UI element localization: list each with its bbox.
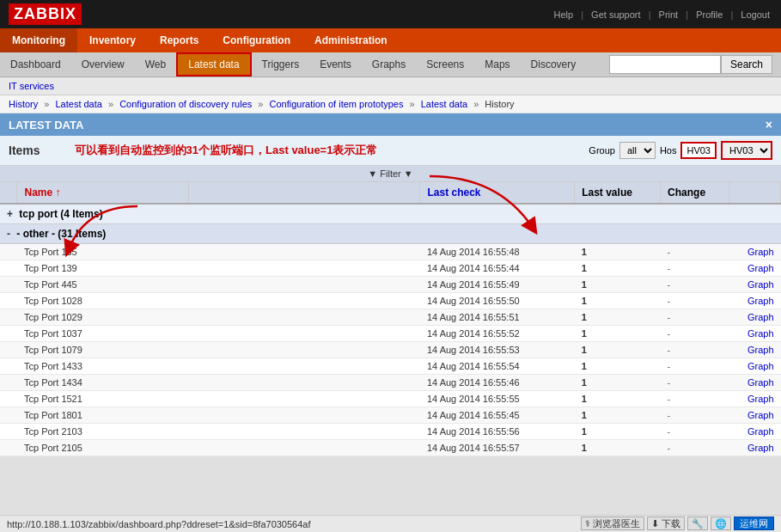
subnav-events[interactable]: Events <box>309 54 362 75</box>
nav-inventory[interactable]: Inventory <box>77 28 148 52</box>
taskbar-misc[interactable]: 🔧 <box>687 517 708 530</box>
row-spacer <box>189 358 420 375</box>
taskbar-yunwei[interactable]: 运维网 <box>734 517 774 530</box>
row-graph[interactable]: Graph <box>729 309 781 326</box>
graph-link[interactable]: Graph <box>747 410 774 420</box>
bc-latest-data2[interactable]: Latest data <box>421 99 467 109</box>
taskbar-browser[interactable]: ⚕ 浏览器医生 <box>581 517 644 530</box>
row-graph[interactable]: Graph <box>729 342 781 358</box>
group-tcp-label: + tcp port (4 Items) <box>0 204 781 224</box>
bc-item-prototypes[interactable]: Configuration of item prototypes <box>270 99 404 109</box>
bc-latest-data[interactable]: Latest data <box>55 99 101 109</box>
taskbar-misc2[interactable]: 🌐 <box>711 517 731 530</box>
it-services-link[interactable]: IT services <box>9 81 54 91</box>
row-graph[interactable]: Graph <box>729 326 781 342</box>
th-name-label: Name <box>24 187 52 199</box>
group-row-other: - - other - (31 Items) <box>0 224 781 244</box>
print-link[interactable]: Print <box>659 9 679 20</box>
row-graph[interactable]: Graph <box>729 391 781 407</box>
taskbar-download[interactable]: ⬇ 下载 <box>647 517 685 530</box>
row-change: - <box>661 440 729 456</box>
bc-history[interactable]: History <box>9 99 38 109</box>
row-spacer <box>189 342 420 358</box>
nav-reports[interactable]: Reports <box>148 28 211 52</box>
profile-link[interactable]: Profile <box>696 9 723 20</box>
graph-link[interactable]: Graph <box>747 328 774 339</box>
row-name: Tcp Port 1029 <box>17 309 189 326</box>
row-spacer <box>189 424 420 440</box>
graph-link[interactable]: Graph <box>747 247 774 257</box>
table-row: Tcp Port 1433 14 Aug 2014 16:55:54 1 - G… <box>0 358 781 375</box>
row-graph[interactable]: Graph <box>729 244 781 260</box>
th-name[interactable]: Name ↑ <box>17 182 189 204</box>
graph-link[interactable]: Graph <box>747 312 774 322</box>
subnav-triggers[interactable]: Triggers <box>252 54 310 75</box>
row-change: - <box>661 342 729 358</box>
graph-link[interactable]: Graph <box>747 263 774 273</box>
search-input[interactable] <box>609 55 721 74</box>
row-graph[interactable]: Graph <box>729 424 781 440</box>
row-graph[interactable]: Graph <box>729 440 781 456</box>
row-spacer <box>189 293 420 309</box>
breadcrumb: History » Latest data » Configuration of… <box>0 95 781 113</box>
search-button[interactable]: Search <box>721 55 772 74</box>
subnav-screens[interactable]: Screens <box>416 54 474 75</box>
row-lastcheck: 14 Aug 2014 16:55:51 <box>420 309 575 326</box>
graph-link[interactable]: Graph <box>747 345 774 355</box>
row-name: Tcp Port 2103 <box>17 424 189 440</box>
graph-link[interactable]: Graph <box>747 377 774 388</box>
row-expand <box>0 440 17 456</box>
subnav-maps[interactable]: Maps <box>474 54 520 75</box>
subnav-graphs[interactable]: Graphs <box>362 54 416 75</box>
row-change: - <box>661 277 729 293</box>
expand-other-button[interactable]: - <box>7 228 10 240</box>
row-change: - <box>661 424 729 440</box>
breadcrumb-text: History » Latest data » Configuration of… <box>9 99 515 109</box>
bc-discovery-rules[interactable]: Configuration of discovery rules <box>119 99 252 109</box>
graph-link[interactable]: Graph <box>747 279 774 290</box>
close-button[interactable]: × <box>766 118 772 131</box>
nav-administration[interactable]: Administration <box>302 28 400 52</box>
subnav-overview[interactable]: Overview <box>71 54 135 75</box>
row-graph[interactable]: Graph <box>729 293 781 309</box>
row-name: Tcp Port 1521 <box>17 391 189 407</box>
subnav-latest-data[interactable]: Latest data <box>176 52 251 76</box>
host-select[interactable]: HV03 <box>721 141 772 160</box>
table-row: Tcp Port 1028 14 Aug 2014 16:55:50 1 - G… <box>0 293 781 309</box>
th-lastcheck[interactable]: Last check <box>420 182 575 204</box>
get-support-link[interactable]: Get support <box>591 9 640 20</box>
nav-monitoring[interactable]: Monitoring <box>0 28 77 52</box>
row-lastvalue: 1 <box>575 326 661 342</box>
table-row: Tcp Port 135 14 Aug 2014 16:55:48 1 - Gr… <box>0 244 781 260</box>
table-body: + tcp port (4 Items) - - other - (31 Ite… <box>0 204 781 456</box>
row-lastvalue: 1 <box>575 407 661 424</box>
graph-link[interactable]: Graph <box>747 394 774 404</box>
row-lastvalue: 1 <box>575 293 661 309</box>
row-graph[interactable]: Graph <box>729 277 781 293</box>
table-header: Name ↑ Last check Last value Change <box>0 182 781 204</box>
subnav-web[interactable]: Web <box>135 54 176 75</box>
nav-configuration[interactable]: Configuration <box>211 28 302 52</box>
row-graph[interactable]: Graph <box>729 260 781 277</box>
subnav-discovery[interactable]: Discovery <box>521 54 587 75</box>
graph-link[interactable]: Graph <box>747 443 774 453</box>
subnav-dashboard[interactable]: Dashboard <box>0 54 71 75</box>
row-graph[interactable]: Graph <box>729 407 781 424</box>
row-graph[interactable]: Graph <box>729 358 781 375</box>
row-spacer <box>189 326 420 342</box>
expand-tcp-button[interactable]: + <box>7 208 13 220</box>
table-container[interactable]: Name ↑ Last check Last value Change + tc… <box>0 182 781 456</box>
help-link[interactable]: Help <box>553 9 573 20</box>
row-name: Tcp Port 1433 <box>17 358 189 375</box>
logout-link[interactable]: Logout <box>741 9 770 20</box>
graph-link[interactable]: Graph <box>747 296 774 306</box>
group-select[interactable]: all <box>619 142 656 159</box>
row-change: - <box>661 391 729 407</box>
row-expand <box>0 407 17 424</box>
graph-link[interactable]: Graph <box>747 361 774 371</box>
graph-link[interactable]: Graph <box>747 426 774 437</box>
row-name: Tcp Port 139 <box>17 260 189 277</box>
filter-toggle[interactable]: ▼ Filter ▼ <box>368 168 412 179</box>
row-graph[interactable]: Graph <box>729 375 781 391</box>
row-expand <box>0 260 17 277</box>
